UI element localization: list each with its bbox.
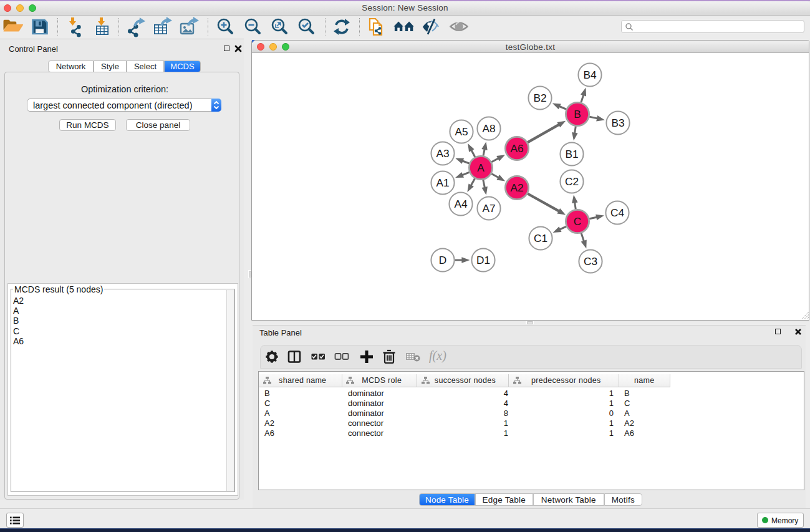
svg-text:A7: A7 bbox=[482, 202, 495, 215]
svg-text:A8: A8 bbox=[482, 122, 495, 135]
svg-text:B1: B1 bbox=[565, 148, 578, 160]
svg-text:A2: A2 bbox=[510, 181, 523, 194]
svg-text:D1: D1 bbox=[476, 254, 490, 266]
svg-text:B4: B4 bbox=[583, 69, 597, 81]
svg-text:C4: C4 bbox=[610, 206, 624, 219]
svg-text:B: B bbox=[574, 108, 581, 120]
svg-text:C2: C2 bbox=[565, 175, 579, 188]
svg-text:D: D bbox=[439, 254, 446, 266]
svg-text:B2: B2 bbox=[533, 92, 546, 104]
svg-text:B3: B3 bbox=[611, 117, 624, 129]
svg-text:C: C bbox=[574, 215, 581, 228]
svg-text:C1: C1 bbox=[534, 232, 547, 244]
svg-text:C3: C3 bbox=[584, 255, 597, 268]
svg-text:A4: A4 bbox=[454, 198, 468, 210]
svg-text:A5: A5 bbox=[455, 125, 468, 138]
svg-text:A1: A1 bbox=[436, 177, 449, 189]
svg-text:A3: A3 bbox=[436, 147, 449, 160]
svg-text:A: A bbox=[477, 162, 485, 174]
svg-text:A6: A6 bbox=[510, 142, 523, 155]
